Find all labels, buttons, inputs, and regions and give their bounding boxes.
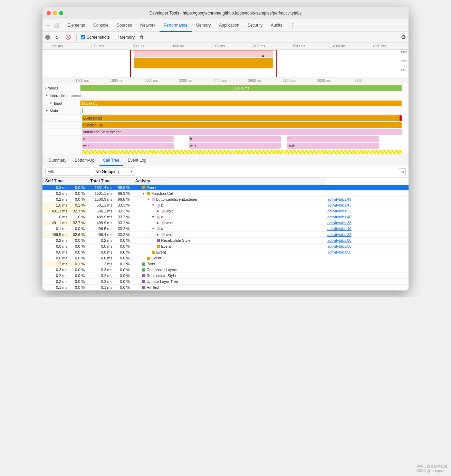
- table-row[interactable]: 491.3 ms 32.7 % 500.1 ms 33.3 % ▶ wait a…: [42, 208, 409, 214]
- tab-performance[interactable]: Performance: [160, 19, 192, 32]
- table-row[interactable]: 0.0 ms 0.0 % 0.0 ms 0.0 % Event: [42, 255, 409, 261]
- minimize-button[interactable]: [53, 11, 57, 15]
- self-time-cell: 489.5 ms: [42, 232, 70, 238]
- total-time-cell: 499.4 ms: [87, 232, 115, 238]
- total-time-cell: 1.2 ms: [87, 261, 115, 267]
- grouping-select[interactable]: No Grouping Group by URL Group by Domain: [93, 168, 135, 176]
- th-activity: Activity: [133, 178, 325, 185]
- settings-icon[interactable]: ⚙: [401, 34, 406, 40]
- table-row[interactable]: 0.2 ms 0.0 % 0.2 ms 0.0 % Update Layer T…: [42, 279, 409, 285]
- source-link[interactable]: activitytabs:50: [327, 238, 352, 242]
- device-icon[interactable]: ⬜: [52, 21, 60, 30]
- close-button[interactable]: [47, 11, 51, 15]
- table-row[interactable]: 0.3 ms 0.0 % 1501.4 ms 99.9 % ▼ Event: [42, 185, 409, 191]
- source-link[interactable]: activitytabs:43: [327, 203, 352, 207]
- link-cell: [325, 267, 409, 273]
- tree-toggle[interactable]: ▶: [156, 209, 160, 213]
- tree-toggle[interactable]: ▼: [142, 192, 146, 195]
- main-timeline: 1600 ms 1800 ms 2000 ms 2200 ms 2400 ms …: [42, 77, 409, 155]
- cursor-icon[interactable]: ⊹: [44, 21, 52, 30]
- tab-summary[interactable]: Summary: [45, 155, 70, 166]
- overview-body[interactable]: FPS CPU NET: [42, 50, 409, 77]
- filter-input[interactable]: [45, 168, 90, 176]
- reload-icon[interactable]: ↻: [53, 33, 61, 41]
- frames-bar-text: 1505.1 ms: [233, 86, 249, 90]
- table-row[interactable]: 0 ms 0 % 499.9 ms 33.2 % ▼ c activitytab…: [42, 214, 409, 220]
- more-tabs-icon[interactable]: ⋮: [288, 21, 296, 30]
- self-time-cell: 0.0 ms: [42, 249, 70, 255]
- delete-icon[interactable]: 🗑: [137, 33, 146, 41]
- table-row[interactable]: 0.1 ms 0.0 % 499.5 ms 33.2 % ▼ a activit…: [42, 226, 409, 232]
- total-time-cell: 499.9 ms: [87, 220, 115, 226]
- clear-icon[interactable]: 🚫: [64, 33, 72, 41]
- tree-toggle[interactable]: ▼: [151, 215, 155, 219]
- filter-row: No Grouping Group by URL Group by Domain…: [42, 166, 409, 178]
- event-overflow: [400, 115, 402, 121]
- self-time-cell: 0.0 ms: [42, 244, 70, 249]
- tick-3500: 3500 ms: [292, 44, 305, 48]
- tab-audits[interactable]: Audits: [267, 19, 286, 32]
- net-label: NET: [401, 68, 407, 72]
- table-row[interactable]: 0.2 ms 0.0 % 0.2 ms 0.0 % Recalculate St…: [42, 238, 409, 244]
- source-link[interactable]: activitytabs:33: [327, 232, 352, 237]
- source-link[interactable]: activitytabs:49: [327, 197, 352, 201]
- table-row[interactable]: 0.2 ms 0.0 % 1500.9 ms 99.8 % ▼ button.a…: [42, 197, 409, 202]
- memory-checkbox[interactable]: [114, 35, 118, 39]
- tab-elements[interactable]: Elements: [64, 19, 89, 32]
- interactions-content: [80, 92, 409, 99]
- ruler-2200: 2200 ms: [179, 79, 192, 83]
- tab-memory[interactable]: Memory: [192, 19, 215, 32]
- tree-toggle[interactable]: ▼: [146, 198, 151, 201]
- tree-toggle[interactable]: ▶: [156, 221, 160, 225]
- source-link[interactable]: activitytabs:33: [327, 209, 352, 213]
- memory-toggle[interactable]: Memory: [114, 35, 135, 40]
- table-row[interactable]: 0.1 ms 0.0 % 0.1 ms 0.0 % Hit Test: [42, 285, 409, 291]
- tree-toggle[interactable]: ▼: [137, 186, 141, 189]
- table-row[interactable]: 491.1 ms 32.7 % 499.9 ms 33.2 % ▶ wait a…: [42, 220, 409, 226]
- activity-name: Hit Test: [147, 285, 159, 289]
- table-row[interactable]: 489.5 ms 32.6 % 499.4 ms 33.2 % ▶ wait a…: [42, 232, 409, 238]
- main-label: ▼ Main: [42, 107, 80, 114]
- screenshots-toggle[interactable]: Screenshots: [81, 35, 110, 40]
- main-content: [80, 107, 409, 114]
- tab-console[interactable]: Console: [89, 19, 113, 32]
- total-time-cell: 1501.1 ms: [87, 191, 115, 197]
- tab-bottom-up[interactable]: Bottom-Up: [71, 155, 98, 166]
- tick-2000: 2000 ms: [171, 44, 184, 48]
- record-button[interactable]: [45, 35, 50, 40]
- table-row[interactable]: 0.0 ms 0.0 % 0.0 ms 0.0 % Event activity…: [42, 249, 409, 255]
- total-pct-cell: 33.2 %: [115, 232, 132, 238]
- source-link[interactable]: activitytabs:46: [327, 215, 352, 219]
- source-link[interactable]: activitytabs:50: [327, 250, 352, 254]
- tab-event-log[interactable]: Event Log: [124, 155, 150, 166]
- source-link[interactable]: activitytabs:40: [327, 227, 352, 231]
- source-link[interactable]: activitytabs:33: [327, 221, 352, 225]
- activity-color-dot: [147, 257, 150, 260]
- activity-name: a: [161, 227, 163, 231]
- table-row[interactable]: 0.2 ms 0.0 % 0.2 ms 0.0 % Recalculate St…: [42, 273, 409, 279]
- tab-network[interactable]: Network: [136, 19, 160, 32]
- tab-application[interactable]: Application: [215, 19, 243, 32]
- timeline-selection[interactable]: [130, 50, 277, 77]
- maximize-button[interactable]: [59, 11, 63, 15]
- tab-sources[interactable]: Sources: [113, 19, 136, 32]
- source-link[interactable]: activitytabs:50: [327, 244, 352, 248]
- screenshots-checkbox[interactable]: [81, 35, 85, 39]
- tree-toggle[interactable]: ▼: [151, 227, 155, 230]
- tab-security[interactable]: Security: [243, 19, 267, 32]
- activity-name: wait: [166, 209, 173, 213]
- yellow-label: [42, 149, 80, 154]
- table-row[interactable]: 0.2 ms 0.0 % 1501.1 ms 99.9 % ▼ Function…: [42, 191, 409, 197]
- tree-toggle[interactable]: ▶: [156, 233, 160, 236]
- link-cell: [325, 279, 409, 285]
- collapse-button[interactable]: ◁: [399, 168, 406, 175]
- tree-toggle[interactable]: ▼: [151, 203, 155, 207]
- activity-color-dot: [162, 221, 165, 225]
- activity-cell: Event: [133, 249, 325, 255]
- table-row[interactable]: 1.2 ms 0.1 % 1.2 ms 0.1 % Paint: [42, 261, 409, 267]
- table-row[interactable]: 0.0 ms 0.0 % 0.0 ms 0.0 % Event activity…: [42, 244, 409, 249]
- link-cell: [325, 185, 409, 191]
- tab-call-tree[interactable]: Call Tree: [99, 155, 123, 166]
- table-row[interactable]: 0.3 ms 0.0 % 0.3 ms 0.0 % Composite Laye…: [42, 267, 409, 273]
- table-row[interactable]: 1.0 ms 0.1 % 501.1 ms 33.3 % ▼ b activit…: [42, 202, 409, 208]
